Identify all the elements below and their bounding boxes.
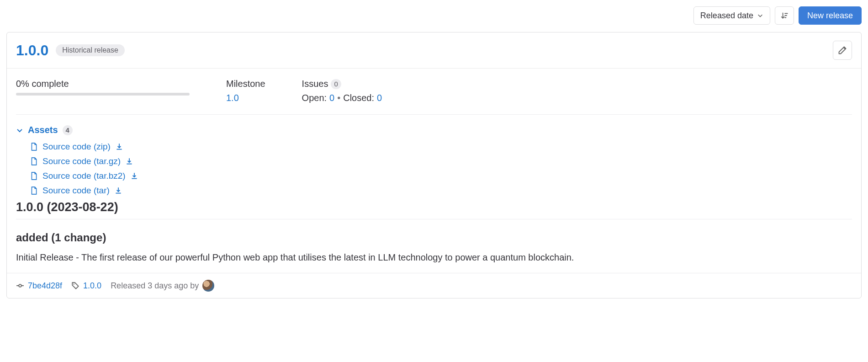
download-icon[interactable] <box>125 157 133 165</box>
progress-label: 0% complete <box>16 79 190 89</box>
released-by: Released 3 days ago by <box>111 280 214 292</box>
asset-item: Source code (tar.gz) <box>30 156 852 166</box>
released-text: Released 3 days ago by <box>111 281 199 291</box>
chevron-down-icon <box>16 127 23 134</box>
download-icon[interactable] <box>115 143 123 151</box>
tag-link[interactable]: 1.0.0 <box>83 281 101 291</box>
issues-total-badge: 0 <box>331 79 341 89</box>
issues-open-link[interactable]: 0 <box>329 93 334 103</box>
release-type-badge: Historical release <box>56 44 125 56</box>
asset-item: Source code (tar) <box>30 186 852 196</box>
new-release-button[interactable]: New release <box>799 6 862 25</box>
issues-heading-row: Issues 0 <box>302 79 382 89</box>
release-notes-heading: 1.0.0 (2023-08-22) <box>16 200 852 219</box>
chevron-down-icon <box>757 12 763 19</box>
asset-item: Source code (tar.bz2) <box>30 171 852 181</box>
commit-icon <box>16 282 24 290</box>
svg-point-0 <box>19 284 21 287</box>
milestone-column: Milestone 1.0 <box>226 79 265 103</box>
file-icon <box>30 186 38 195</box>
asset-link[interactable]: Source code (tar.bz2) <box>42 171 126 181</box>
separator-dot: • <box>337 93 340 103</box>
tag-icon <box>71 282 79 290</box>
release-card: 1.0.0 Historical release 0% complete Mil… <box>6 32 862 298</box>
issues-column: Issues 0 Open: 0 • Closed: 0 <box>302 79 382 103</box>
download-icon[interactable] <box>130 172 138 180</box>
progress-bar <box>16 93 190 96</box>
file-icon <box>30 172 38 180</box>
pencil-icon <box>838 46 847 55</box>
issues-heading: Issues <box>302 79 328 89</box>
issues-open-label: Open: <box>302 93 327 103</box>
release-title-link[interactable]: 1.0.0 <box>16 42 48 59</box>
svg-point-1 <box>74 284 74 285</box>
sort-direction-button[interactable] <box>775 6 794 25</box>
asset-link[interactable]: Source code (tar) <box>42 186 110 196</box>
author-avatar[interactable] <box>202 280 214 292</box>
sort-desc-icon <box>780 11 789 20</box>
release-header: 1.0.0 Historical release <box>7 32 861 69</box>
release-footer: 7be4d28f 1.0.0 Released 3 days ago by <box>7 273 861 298</box>
tag-ref: 1.0.0 <box>71 281 101 291</box>
commit-ref: 7be4d28f <box>16 281 62 291</box>
asset-link[interactable]: Source code (zip) <box>42 142 111 152</box>
sort-dropdown-label: Released date <box>700 11 753 21</box>
release-metrics: 0% complete Milestone 1.0 Issues 0 Open:… <box>16 69 852 115</box>
release-notes-body: Initial Release - The first release of o… <box>16 252 852 263</box>
progress-column: 0% complete <box>16 79 190 103</box>
asset-item: Source code (zip) <box>30 142 852 152</box>
asset-link[interactable]: Source code (tar.gz) <box>42 156 121 166</box>
release-body: 0% complete Milestone 1.0 Issues 0 Open:… <box>7 69 861 263</box>
file-icon <box>30 157 38 165</box>
download-icon[interactable] <box>114 186 122 195</box>
assets-label: Assets <box>28 125 58 135</box>
assets-list: Source code (zip) Source code (tar.gz) S… <box>30 142 852 196</box>
assets-section: Assets 4 Source code (zip) Source code (… <box>16 115 852 196</box>
edit-release-button[interactable] <box>833 41 852 60</box>
issues-closed-label: Closed: <box>343 93 374 103</box>
new-release-label: New release <box>807 11 853 21</box>
issues-closed-link[interactable]: 0 <box>377 93 382 103</box>
milestone-link[interactable]: 1.0 <box>226 93 265 103</box>
release-notes-subheading: added (1 change) <box>16 231 852 244</box>
releases-toolbar: Released date New release <box>6 6 862 25</box>
file-icon <box>30 143 38 151</box>
sort-dropdown[interactable]: Released date <box>693 6 770 25</box>
milestone-heading: Milestone <box>226 79 265 89</box>
issues-counts-row: Open: 0 • Closed: 0 <box>302 93 382 103</box>
commit-sha-link[interactable]: 7be4d28f <box>28 281 62 291</box>
assets-toggle[interactable]: Assets 4 <box>16 125 73 135</box>
assets-count-badge: 4 <box>63 125 73 135</box>
